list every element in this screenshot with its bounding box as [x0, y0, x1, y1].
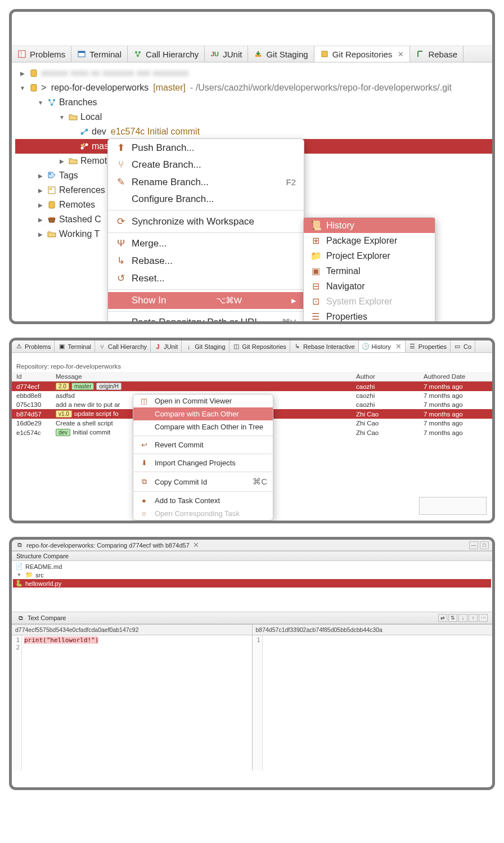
toolbar-btn[interactable]: ↓: [458, 614, 467, 622]
repo-row-obscured[interactable]: ▶ xxxxxx xxxx xx xxxxxxx xxx xxxxxxxx: [15, 66, 492, 80]
tab-label: Git Staging: [266, 50, 308, 59]
tab-git-staging[interactable]: ↓Git Staging: [182, 340, 229, 352]
expand-icon[interactable]: ▶: [37, 230, 44, 239]
repo-icon: [29, 68, 39, 78]
tab-problems[interactable]: ⚠Problems: [12, 340, 55, 352]
tab-problems[interactable]: ! Problems: [12, 46, 71, 62]
close-icon[interactable]: ✕: [193, 541, 199, 549]
menu-rebase[interactable]: ↳ Rebase...: [108, 252, 304, 270]
tab-git-repositories[interactable]: Git Repositories ✕: [314, 46, 411, 62]
expand-icon[interactable]: ▶: [19, 69, 26, 78]
menu-merge[interactable]: Ψ Merge...: [108, 235, 304, 252]
table-row[interactable]: d774ecf2.0masterorigin/Hcaozhi7 months a…: [12, 382, 492, 392]
branch-icon: ⑂: [116, 159, 126, 171]
collapse-icon[interactable]: ▼: [19, 84, 26, 92]
col-date[interactable]: Authored Date: [419, 372, 492, 382]
code-area[interactable]: print("helloworld!"): [22, 635, 252, 770]
diff-right-body[interactable]: 1: [253, 635, 493, 770]
svg-text:U: U: [214, 51, 219, 57]
menu-sync-workspace[interactable]: ⟳ Synchronize with Workspace: [108, 213, 304, 230]
collapse-icon[interactable]: ▼: [37, 98, 44, 107]
collapse-icon[interactable]: ▼: [58, 113, 66, 122]
menu-create-branch[interactable]: ⑂ Create Branch...: [108, 156, 304, 173]
toolbar-btn[interactable]: ⇅: [448, 614, 457, 622]
structure-tree[interactable]: 📄 README.md ▼ 📁 src 🐍 helloworld.py: [12, 561, 492, 612]
tab-git-repositories[interactable]: ◫Git Repositories: [230, 340, 290, 352]
collapse-icon[interactable]: ▼: [15, 572, 23, 577]
menu-show-navigator[interactable]: ⊟ Navigator: [304, 279, 435, 294]
dev-branch-row[interactable]: dev e1c574c Initial commit: [15, 124, 492, 139]
menu-rename-branch[interactable]: ✎ Rename Branch... F2: [108, 173, 304, 191]
expand-icon[interactable]: ▶: [37, 201, 44, 209]
repo-name: repo-for-developerworks: [51, 81, 148, 95]
close-icon[interactable]: ✕: [395, 342, 402, 351]
menu-show-history[interactable]: 📜 History: [304, 218, 435, 233]
view-tab-bar: ⚠Problems ▣Terminal ⑂Call Hierarchy JJUn…: [12, 340, 492, 353]
minimize-button[interactable]: —: [469, 541, 478, 549]
navigator-icon: ⊟: [310, 281, 321, 292]
branches-row[interactable]: ▼ Branches: [15, 95, 492, 110]
col-author[interactable]: Author: [352, 372, 419, 382]
tab-terminal[interactable]: ▣Terminal: [55, 340, 95, 352]
toolbar-btn[interactable]: ⇄: [438, 614, 447, 622]
tab-rebase[interactable]: Rebase: [410, 46, 464, 62]
tab-history[interactable]: 🕓History✕: [359, 340, 406, 352]
menu-configure-branch[interactable]: Configure Branch...: [108, 191, 304, 208]
menu-add-task-context[interactable]: ● Add to Task Context: [133, 494, 273, 507]
tab-call-hierarchy[interactable]: ⑂Call Hierarchy: [95, 340, 151, 352]
menu-reset[interactable]: ↺ Reset...: [108, 270, 304, 287]
maximize-button[interactable]: □: [480, 541, 489, 549]
tab-junit[interactable]: JU JUnit: [205, 46, 248, 62]
diff-left-body[interactable]: 12 print("helloworld!"): [12, 635, 252, 770]
menu-paste-path[interactable]: Paste Repository Path or URI ⌘V: [108, 314, 304, 324]
expand-icon[interactable]: ▶: [37, 186, 44, 195]
menu-show-terminal[interactable]: ▣ Terminal: [304, 263, 435, 279]
expand-icon[interactable]: ▶: [37, 216, 44, 224]
editor-tab-bar: ⧉ repo-for-developerworks: Comparing d77…: [12, 540, 492, 551]
expand-icon[interactable]: ▶: [58, 157, 66, 165]
menu-label: Create Branch...: [132, 159, 201, 171]
branches-icon: [47, 97, 57, 107]
generic-icon: ▭: [454, 343, 461, 350]
svg-rect-0: [19, 51, 25, 57]
menu-show-system-explorer: ⊡ System Explorer: [304, 294, 435, 309]
svg-point-13: [48, 99, 51, 101]
file-row-selected[interactable]: 🐍 helloworld.py: [13, 579, 491, 588]
revert-icon: ↩: [139, 441, 149, 449]
compare-editor-panel: ⧉ repo-for-developerworks: Comparing d77…: [9, 537, 495, 790]
repo-row[interactable]: ▼ > repo-for-developerworks [master] - /…: [15, 80, 492, 95]
tab-git-staging[interactable]: Git Staging: [248, 46, 314, 62]
menu-show-in[interactable]: Show In ⌥⌘W ▶: [108, 292, 304, 309]
tab-truncated[interactable]: ▭Co: [451, 340, 475, 352]
menu-import-projects[interactable]: ⬇ Import Changed Projects: [133, 456, 273, 469]
tab-terminal[interactable]: Terminal: [71, 46, 128, 62]
tab-call-hierarchy[interactable]: Call Hierarchy: [128, 46, 205, 62]
toolbar-btn[interactable]: ↑: [469, 614, 478, 622]
local-row[interactable]: ▼ Local: [15, 110, 492, 124]
folder-row[interactable]: ▼ 📁 src: [13, 571, 491, 579]
menu-revert-commit[interactable]: ↩ Revert Commit: [133, 438, 273, 451]
expand-icon[interactable]: ▶: [37, 172, 44, 180]
repo-path: - /Users/caozhi/work/developerworks/repo…: [190, 81, 452, 95]
menu-compare-in-tree[interactable]: Compare with Each Other in Tree: [133, 420, 273, 433]
line-gutter: 1: [253, 635, 263, 770]
menu-open-commit-viewer[interactable]: ◫ Open in Commit Viewer: [133, 394, 273, 407]
close-icon[interactable]: ✕: [398, 50, 404, 59]
toolbar-btn[interactable]: ⋯: [479, 614, 488, 622]
cell-date: 7 months ago: [419, 382, 492, 392]
code-area[interactable]: [263, 635, 493, 770]
menu-show-pkg-explorer[interactable]: ⊞ Package Explorer: [304, 233, 435, 248]
menu-label: Terminal: [326, 266, 360, 276]
tab-rebase-interactive[interactable]: ↳Rebase Interactive: [290, 340, 359, 352]
menu-show-project-explorer[interactable]: 📁 Project Explorer: [304, 248, 435, 263]
menu-compare-each-other[interactable]: Compare with Each Other: [133, 407, 273, 420]
menu-show-properties[interactable]: ☰ Properties: [304, 309, 435, 324]
col-id[interactable]: Id: [12, 372, 51, 382]
file-row[interactable]: 📄 README.md: [13, 562, 491, 571]
menu-copy-commit-id[interactable]: ⧉ Copy Commit Id ⌘C: [133, 474, 273, 489]
menu-push-branch[interactable]: ⬆ Push Branch...: [108, 139, 304, 156]
tab-junit[interactable]: JJUnit: [151, 340, 182, 352]
branch-icon: [79, 127, 89, 137]
tab-properties[interactable]: ☰Properties: [406, 340, 451, 352]
col-message[interactable]: Message: [51, 372, 352, 382]
